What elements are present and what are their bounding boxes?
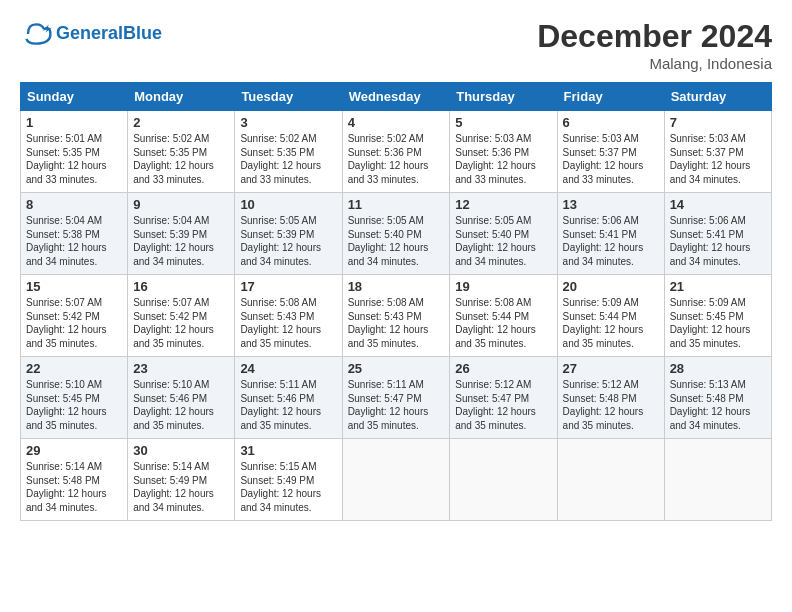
cell-info: Sunrise: 5:02 AM Sunset: 5:35 PM Dayligh… — [133, 132, 229, 186]
day-number: 4 — [348, 115, 445, 130]
calendar-cell: 1 Sunrise: 5:01 AM Sunset: 5:35 PM Dayli… — [21, 111, 128, 193]
cell-info: Sunrise: 5:12 AM Sunset: 5:47 PM Dayligh… — [455, 378, 551, 432]
week-row-2: 8 Sunrise: 5:04 AM Sunset: 5:38 PM Dayli… — [21, 193, 772, 275]
calendar-cell: 23 Sunrise: 5:10 AM Sunset: 5:46 PM Dayl… — [128, 357, 235, 439]
day-number: 6 — [563, 115, 659, 130]
calendar-cell: 28 Sunrise: 5:13 AM Sunset: 5:48 PM Dayl… — [664, 357, 771, 439]
calendar-cell: 2 Sunrise: 5:02 AM Sunset: 5:35 PM Dayli… — [128, 111, 235, 193]
calendar-cell: 18 Sunrise: 5:08 AM Sunset: 5:43 PM Dayl… — [342, 275, 450, 357]
logo-icon — [20, 18, 52, 50]
cell-info: Sunrise: 5:13 AM Sunset: 5:48 PM Dayligh… — [670, 378, 766, 432]
calendar-cell: 26 Sunrise: 5:12 AM Sunset: 5:47 PM Dayl… — [450, 357, 557, 439]
cell-info: Sunrise: 5:01 AM Sunset: 5:35 PM Dayligh… — [26, 132, 122, 186]
day-number: 8 — [26, 197, 122, 212]
calendar-cell: 9 Sunrise: 5:04 AM Sunset: 5:39 PM Dayli… — [128, 193, 235, 275]
day-number: 10 — [240, 197, 336, 212]
day-number: 16 — [133, 279, 229, 294]
calendar-cell: 27 Sunrise: 5:12 AM Sunset: 5:48 PM Dayl… — [557, 357, 664, 439]
day-number: 28 — [670, 361, 766, 376]
cell-info: Sunrise: 5:04 AM Sunset: 5:38 PM Dayligh… — [26, 214, 122, 268]
subtitle: Malang, Indonesia — [537, 55, 772, 72]
day-number: 15 — [26, 279, 122, 294]
day-number: 25 — [348, 361, 445, 376]
cell-info: Sunrise: 5:05 AM Sunset: 5:40 PM Dayligh… — [455, 214, 551, 268]
week-row-1: 1 Sunrise: 5:01 AM Sunset: 5:35 PM Dayli… — [21, 111, 772, 193]
cell-info: Sunrise: 5:05 AM Sunset: 5:40 PM Dayligh… — [348, 214, 445, 268]
day-number: 12 — [455, 197, 551, 212]
calendar-cell: 17 Sunrise: 5:08 AM Sunset: 5:43 PM Dayl… — [235, 275, 342, 357]
col-saturday: Saturday — [664, 83, 771, 111]
month-title: December 2024 — [537, 18, 772, 55]
calendar-cell: 14 Sunrise: 5:06 AM Sunset: 5:41 PM Dayl… — [664, 193, 771, 275]
day-number: 23 — [133, 361, 229, 376]
calendar-cell — [664, 439, 771, 521]
day-number: 21 — [670, 279, 766, 294]
cell-info: Sunrise: 5:14 AM Sunset: 5:48 PM Dayligh… — [26, 460, 122, 514]
day-number: 7 — [670, 115, 766, 130]
col-tuesday: Tuesday — [235, 83, 342, 111]
day-number: 14 — [670, 197, 766, 212]
cell-info: Sunrise: 5:07 AM Sunset: 5:42 PM Dayligh… — [133, 296, 229, 350]
col-monday: Monday — [128, 83, 235, 111]
cell-info: Sunrise: 5:14 AM Sunset: 5:49 PM Dayligh… — [133, 460, 229, 514]
calendar-table: Sunday Monday Tuesday Wednesday Thursday… — [20, 82, 772, 521]
calendar-cell — [557, 439, 664, 521]
calendar-cell: 19 Sunrise: 5:08 AM Sunset: 5:44 PM Dayl… — [450, 275, 557, 357]
cell-info: Sunrise: 5:06 AM Sunset: 5:41 PM Dayligh… — [563, 214, 659, 268]
col-sunday: Sunday — [21, 83, 128, 111]
calendar-cell: 8 Sunrise: 5:04 AM Sunset: 5:38 PM Dayli… — [21, 193, 128, 275]
header-row: GeneralBlue December 2024 Malang, Indone… — [20, 18, 772, 72]
cell-info: Sunrise: 5:12 AM Sunset: 5:48 PM Dayligh… — [563, 378, 659, 432]
cell-info: Sunrise: 5:04 AM Sunset: 5:39 PM Dayligh… — [133, 214, 229, 268]
calendar-cell: 21 Sunrise: 5:09 AM Sunset: 5:45 PM Dayl… — [664, 275, 771, 357]
cell-info: Sunrise: 5:10 AM Sunset: 5:45 PM Dayligh… — [26, 378, 122, 432]
day-number: 29 — [26, 443, 122, 458]
day-number: 22 — [26, 361, 122, 376]
cell-info: Sunrise: 5:02 AM Sunset: 5:36 PM Dayligh… — [348, 132, 445, 186]
cell-info: Sunrise: 5:15 AM Sunset: 5:49 PM Dayligh… — [240, 460, 336, 514]
cell-info: Sunrise: 5:10 AM Sunset: 5:46 PM Dayligh… — [133, 378, 229, 432]
day-number: 17 — [240, 279, 336, 294]
cell-info: Sunrise: 5:08 AM Sunset: 5:43 PM Dayligh… — [240, 296, 336, 350]
cell-info: Sunrise: 5:09 AM Sunset: 5:45 PM Dayligh… — [670, 296, 766, 350]
calendar-cell: 6 Sunrise: 5:03 AM Sunset: 5:37 PM Dayli… — [557, 111, 664, 193]
day-number: 11 — [348, 197, 445, 212]
logo-general: General — [56, 23, 123, 43]
calendar-cell: 13 Sunrise: 5:06 AM Sunset: 5:41 PM Dayl… — [557, 193, 664, 275]
cell-info: Sunrise: 5:08 AM Sunset: 5:44 PM Dayligh… — [455, 296, 551, 350]
calendar-cell: 7 Sunrise: 5:03 AM Sunset: 5:37 PM Dayli… — [664, 111, 771, 193]
calendar-cell: 22 Sunrise: 5:10 AM Sunset: 5:45 PM Dayl… — [21, 357, 128, 439]
cell-info: Sunrise: 5:11 AM Sunset: 5:46 PM Dayligh… — [240, 378, 336, 432]
calendar-cell: 15 Sunrise: 5:07 AM Sunset: 5:42 PM Dayl… — [21, 275, 128, 357]
day-number: 31 — [240, 443, 336, 458]
cell-info: Sunrise: 5:03 AM Sunset: 5:37 PM Dayligh… — [670, 132, 766, 186]
day-number: 27 — [563, 361, 659, 376]
day-number: 30 — [133, 443, 229, 458]
day-number: 1 — [26, 115, 122, 130]
col-thursday: Thursday — [450, 83, 557, 111]
day-number: 5 — [455, 115, 551, 130]
cell-info: Sunrise: 5:08 AM Sunset: 5:43 PM Dayligh… — [348, 296, 445, 350]
calendar-cell: 29 Sunrise: 5:14 AM Sunset: 5:48 PM Dayl… — [21, 439, 128, 521]
cell-info: Sunrise: 5:07 AM Sunset: 5:42 PM Dayligh… — [26, 296, 122, 350]
cell-info: Sunrise: 5:06 AM Sunset: 5:41 PM Dayligh… — [670, 214, 766, 268]
title-area: December 2024 Malang, Indonesia — [537, 18, 772, 72]
col-friday: Friday — [557, 83, 664, 111]
calendar-cell: 3 Sunrise: 5:02 AM Sunset: 5:35 PM Dayli… — [235, 111, 342, 193]
day-number: 19 — [455, 279, 551, 294]
day-number: 24 — [240, 361, 336, 376]
calendar-cell: 24 Sunrise: 5:11 AM Sunset: 5:46 PM Dayl… — [235, 357, 342, 439]
main-container: GeneralBlue December 2024 Malang, Indone… — [0, 0, 792, 531]
week-row-5: 29 Sunrise: 5:14 AM Sunset: 5:48 PM Dayl… — [21, 439, 772, 521]
calendar-cell: 31 Sunrise: 5:15 AM Sunset: 5:49 PM Dayl… — [235, 439, 342, 521]
calendar-cell: 5 Sunrise: 5:03 AM Sunset: 5:36 PM Dayli… — [450, 111, 557, 193]
calendar-cell: 16 Sunrise: 5:07 AM Sunset: 5:42 PM Dayl… — [128, 275, 235, 357]
calendar-cell: 11 Sunrise: 5:05 AM Sunset: 5:40 PM Dayl… — [342, 193, 450, 275]
day-number: 9 — [133, 197, 229, 212]
week-row-4: 22 Sunrise: 5:10 AM Sunset: 5:45 PM Dayl… — [21, 357, 772, 439]
day-number: 20 — [563, 279, 659, 294]
cell-info: Sunrise: 5:02 AM Sunset: 5:35 PM Dayligh… — [240, 132, 336, 186]
day-number: 26 — [455, 361, 551, 376]
calendar-cell: 20 Sunrise: 5:09 AM Sunset: 5:44 PM Dayl… — [557, 275, 664, 357]
cell-info: Sunrise: 5:11 AM Sunset: 5:47 PM Dayligh… — [348, 378, 445, 432]
